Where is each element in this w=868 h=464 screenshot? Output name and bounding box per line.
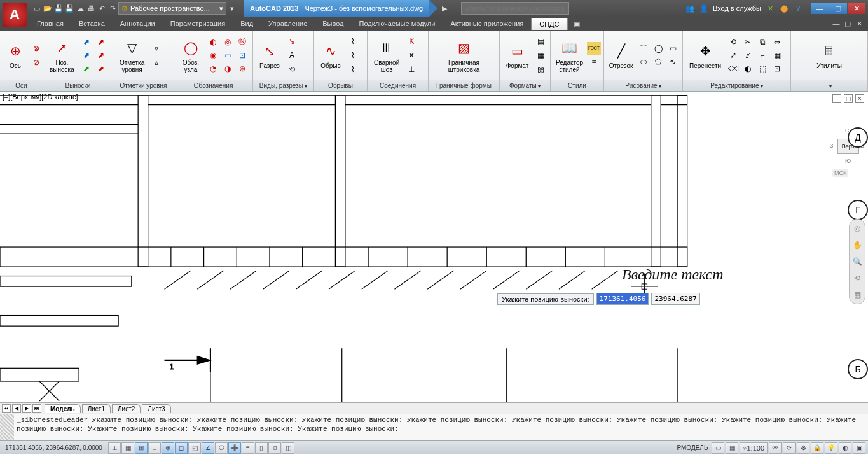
nav-showmotion-icon[interactable]: ▦ xyxy=(851,288,864,301)
cloud-icon[interactable]: ☁ xyxy=(75,3,85,13)
help-search-input[interactable] xyxy=(461,2,569,15)
nav-wheel-icon[interactable]: ◎ xyxy=(851,222,864,235)
tab-sheet2[interactable]: Лист2 xyxy=(112,404,141,413)
sb-polar-icon[interactable]: ⊕ xyxy=(162,442,174,454)
menu-annotate[interactable]: Аннотации xyxy=(113,18,163,29)
undo-icon[interactable]: ↶ xyxy=(97,3,107,13)
st1-icon[interactable]: ГОСТ xyxy=(587,42,601,55)
menu-spds[interactable]: СПДС xyxy=(531,18,567,30)
command-line[interactable]: _sibCrestedLeader Укажите позицию выноск… xyxy=(0,414,868,440)
menu-parametric[interactable]: Параметризация xyxy=(163,18,233,29)
jn1-icon[interactable]: K xyxy=(404,35,418,48)
panel-views[interactable]: Виды, разрезы xyxy=(253,80,313,91)
ld-2-icon[interactable]: ⬈ xyxy=(94,36,108,48)
nav-pan-icon[interactable]: ✋ xyxy=(851,239,864,251)
redo-icon[interactable]: ↷ xyxy=(107,3,118,13)
ed1-icon[interactable]: ⟲ xyxy=(726,36,740,48)
menu-addins[interactable]: Подключаемые модули xyxy=(352,18,443,29)
panel-leaders[interactable]: Выноски xyxy=(43,80,113,91)
panel-joints[interactable]: Соединения xyxy=(368,80,428,91)
sb-otrack-icon[interactable]: ∠ xyxy=(202,442,214,454)
utilities-button[interactable]: 🖩Утилиты xyxy=(813,39,846,71)
dr1-icon[interactable]: ⌒ xyxy=(637,42,651,55)
section-button[interactable]: ⤡Разрез xyxy=(256,39,284,71)
ld-4-icon[interactable]: ⬈ xyxy=(94,49,108,62)
dr3-icon[interactable]: ▭ xyxy=(666,42,680,55)
panel-draw[interactable]: Рисование xyxy=(604,80,682,91)
panel-marks[interactable]: Обозначения xyxy=(174,80,252,91)
level-button[interactable]: ▽Отметка уровня xyxy=(116,36,148,74)
axis-sm1-icon[interactable]: ⊗ xyxy=(29,42,43,55)
menu-home[interactable]: Главная xyxy=(29,18,71,29)
menu-output[interactable]: Вывод xyxy=(315,18,351,29)
vw1-icon[interactable]: ↘ xyxy=(285,35,299,48)
sb-hardware-icon[interactable]: 💡 xyxy=(825,442,837,454)
weld-button[interactable]: ⫼Сварной шов xyxy=(370,36,403,74)
lvl-2-icon[interactable]: ▵ xyxy=(149,56,163,69)
mk6-icon[interactable]: ⊡ xyxy=(235,49,249,62)
mark-button[interactable]: ◯Обоз. узла xyxy=(177,36,205,74)
mk4-icon[interactable]: ◉ xyxy=(206,49,220,62)
leader-button[interactable]: ↗Поз. выноска xyxy=(46,36,78,74)
coord-y-input[interactable]: 23964.6287 xyxy=(651,293,699,305)
ed4-icon[interactable]: ⇔ xyxy=(770,36,784,48)
ed10-icon[interactable]: ◐ xyxy=(741,62,755,75)
exchange-icon[interactable]: ✕ xyxy=(765,3,775,13)
coord-x-input[interactable]: 171361.4056 xyxy=(596,293,649,305)
mk3-icon[interactable]: Ⓝ xyxy=(235,36,249,48)
sb-ws-icon[interactable]: ⚙ xyxy=(797,442,809,454)
break-button[interactable]: ∿Обрыв xyxy=(317,39,345,71)
menu-view[interactable]: Вид xyxy=(233,18,261,29)
ld-6-icon[interactable]: ⬈ xyxy=(94,62,108,75)
br1-icon[interactable]: ⌇ xyxy=(346,35,360,48)
ed9-icon[interactable]: ⌫ xyxy=(726,62,740,75)
br3-icon[interactable]: ⌇ xyxy=(346,63,360,76)
dr6-icon[interactable]: ∿ xyxy=(666,55,680,68)
vw2-icon[interactable]: A xyxy=(285,49,299,62)
nav-disc-b[interactable]: Б xyxy=(848,359,868,379)
mk8-icon[interactable]: ◑ xyxy=(221,62,235,75)
jn2-icon[interactable]: ✕ xyxy=(404,49,418,62)
panel-levels[interactable]: Отметки уровня xyxy=(113,80,174,91)
ed12-icon[interactable]: ⊡ xyxy=(770,62,784,75)
sb-infer-icon[interactable]: ⊥ xyxy=(108,442,121,454)
tab-next-icon[interactable]: ▶ xyxy=(22,404,31,413)
drawing-canvas[interactable]: [–][Верхняя][2D каркас] — ▢ ✕ xyxy=(0,92,868,402)
styles-button[interactable]: 📖Редактор стилей xyxy=(553,36,586,74)
panel-edit[interactable]: Редактирование xyxy=(683,80,790,91)
signin-label[interactable]: Вход в службы xyxy=(713,4,761,12)
sb-osnap-icon[interactable]: ◻ xyxy=(175,442,188,454)
sb-tpy-icon[interactable]: ▯ xyxy=(255,442,268,454)
sb-snap-icon[interactable]: ▦ xyxy=(121,442,134,454)
format-button[interactable]: ▭Формат xyxy=(502,39,532,71)
app-menu-button[interactable]: A xyxy=(3,3,27,27)
ed6-icon[interactable]: ⫽ xyxy=(741,49,755,62)
dr4-icon[interactable]: ⬭ xyxy=(637,55,651,68)
sb-qp-icon[interactable]: ⧉ xyxy=(268,442,281,454)
maximize-button[interactable]: ▢ xyxy=(829,3,847,14)
plot-icon[interactable]: 🖶 xyxy=(86,3,96,13)
sb-annosync-icon[interactable]: ⟳ xyxy=(783,442,796,454)
panel-breaks[interactable]: Обрывы xyxy=(314,80,367,91)
sb-annovis-icon[interactable]: 👁 xyxy=(769,442,782,454)
help-icon[interactable]: ? xyxy=(793,3,803,13)
dr5-icon[interactable]: ⬠ xyxy=(651,55,665,68)
tab-play-icon[interactable]: ▶ xyxy=(439,3,450,13)
vw3-icon[interactable]: ⟲ xyxy=(285,63,299,76)
ld-5-icon[interactable]: ⬈ xyxy=(79,62,93,75)
qat-dropdown-icon[interactable]: ▾ xyxy=(227,3,237,13)
tab-last-icon[interactable]: ⏭ xyxy=(32,404,41,413)
sb-3dosnap-icon[interactable]: ◱ xyxy=(188,442,201,454)
sb-lwt-icon[interactable]: ≡ xyxy=(242,442,254,454)
status-model[interactable]: РМОДЕЛЬ xyxy=(674,444,710,451)
line-button[interactable]: ╱Отрезок xyxy=(607,39,635,71)
fm1-icon[interactable]: ▤ xyxy=(534,35,548,48)
signin-icon[interactable]: 👤 xyxy=(699,3,709,13)
doc-restore-icon[interactable]: ▢ xyxy=(843,18,853,29)
autodesk360-icon[interactable]: ⬤ xyxy=(779,3,789,13)
nav-disc-d[interactable]: Д xyxy=(848,127,868,148)
br2-icon[interactable]: ⌇ xyxy=(346,49,360,62)
sb-layout-icon[interactable]: ▭ xyxy=(712,442,724,454)
save-icon[interactable]: 💾 xyxy=(53,3,64,13)
sb-grid-icon[interactable]: ⊞ xyxy=(135,442,148,454)
